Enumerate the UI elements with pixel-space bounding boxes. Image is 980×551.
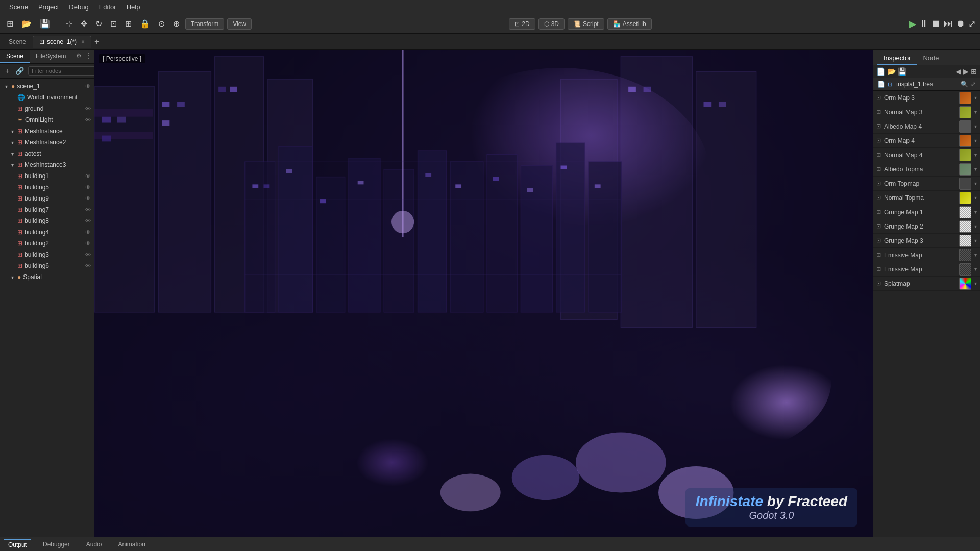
stop-button[interactable]: ⏹ <box>932 18 941 29</box>
row-expand-arrow[interactable]: ▾ <box>974 195 977 201</box>
row-thumbnail[interactable] <box>959 220 971 233</box>
tree-item-building9[interactable]: ⊞ building9 👁 <box>0 193 94 204</box>
menu-project[interactable]: Project <box>33 3 64 11</box>
visibility-icon[interactable]: 👁 <box>85 195 91 202</box>
audio-tab[interactable]: Audio <box>82 540 106 549</box>
row-thumbnail[interactable] <box>959 106 971 118</box>
filesystem-tab[interactable]: FileSystem <box>30 50 72 63</box>
inspector-tab[interactable]: Inspector <box>877 52 917 65</box>
tree-item-scene1[interactable]: ▾ ● scene_1 👁 <box>0 81 94 92</box>
tree-item-building1[interactable]: ⊞ building1 👁 <box>0 170 94 182</box>
scene-file-tab[interactable]: ⊡ scene_1(*) × <box>33 36 91 48</box>
tree-item-building4[interactable]: ⊞ building4 👁 <box>0 227 94 238</box>
open-icon[interactable]: 📂 <box>19 18 34 30</box>
row-expand-arrow[interactable]: ▾ <box>974 281 977 286</box>
visibility-icon[interactable]: 👁 <box>85 207 91 213</box>
visibility-icon[interactable]: 👁 <box>85 83 91 89</box>
resource-expand-button[interactable]: ⤢ <box>971 81 976 88</box>
assetlib-button[interactable]: 🏪 AssetLib <box>607 18 652 30</box>
row-thumbnail[interactable] <box>959 249 971 261</box>
row-thumbnail[interactable] <box>959 92 971 104</box>
debug-button[interactable]: ⏺ <box>956 18 965 29</box>
row-thumbnail[interactable] <box>959 178 971 190</box>
inspector-next-button[interactable]: ▶ <box>963 67 969 76</box>
inspector-object-button[interactable]: ⊞ <box>971 67 977 76</box>
tree-item-meshinstance3[interactable]: ▾ ⊞ MeshInstance3 <box>0 159 94 170</box>
visibility-icon[interactable]: 👁 <box>85 263 91 269</box>
row-thumbnail[interactable] <box>959 206 971 218</box>
move-tool[interactable]: ✥ <box>78 18 90 30</box>
scene-panel-tab[interactable]: Scene <box>2 36 33 48</box>
step-button[interactable]: ⏭ <box>944 18 953 29</box>
row-thumbnail[interactable] <box>959 235 971 247</box>
tree-item-ground[interactable]: ⊞ ground 👁 <box>0 103 94 114</box>
row-thumbnail[interactable] <box>959 163 971 176</box>
pause-button[interactable]: ⏸ <box>919 18 928 29</box>
inspector-folder-icon[interactable]: 📂 <box>887 67 896 76</box>
mode-3d-button[interactable]: ⬡ 3D <box>538 18 565 30</box>
row-expand-arrow[interactable]: ▾ <box>974 95 977 101</box>
link-node-button[interactable]: 🔗 <box>13 66 26 76</box>
tree-item-meshinstance2[interactable]: ▾ ⊞ MeshInstance2 <box>0 137 94 148</box>
row-thumbnail[interactable] <box>959 263 971 276</box>
rotate-tool[interactable]: ↻ <box>93 18 105 30</box>
row-expand-arrow[interactable]: ▾ <box>974 109 977 115</box>
panel-settings-icon[interactable]: ⚙ <box>74 50 84 63</box>
lock-tool[interactable]: 🔒 <box>137 18 153 30</box>
script-button[interactable]: 📜 Script <box>568 18 604 30</box>
debugger-tab[interactable]: Debugger <box>39 540 74 549</box>
maximize-button[interactable]: ⤢ <box>968 18 976 30</box>
visibility-icon[interactable]: 👁 <box>85 252 91 258</box>
group-tool[interactable]: ⊙ <box>156 18 167 30</box>
row-thumbnail[interactable] <box>959 278 971 290</box>
scale-tool[interactable]: ⊡ <box>108 18 119 30</box>
output-tab[interactable]: Output <box>4 539 31 549</box>
row-expand-arrow[interactable]: ▾ <box>974 266 977 272</box>
visibility-icon[interactable]: 👁 <box>85 117 91 123</box>
inspector-file-icon[interactable]: 📄 <box>876 67 885 76</box>
resource-search-button[interactable]: 🔍 <box>961 81 968 88</box>
local-mode[interactable]: ⊕ <box>170 18 182 30</box>
row-expand-arrow[interactable]: ▾ <box>974 209 977 215</box>
row-expand-arrow[interactable]: ▾ <box>974 223 977 229</box>
row-thumbnail[interactable] <box>959 192 971 204</box>
snap-toggle[interactable]: ⊞ <box>122 18 134 30</box>
expand-arrow[interactable]: ▾ <box>11 129 17 134</box>
add-node-button[interactable]: + <box>3 66 11 76</box>
tree-item-building7[interactable]: ⊞ building7 👁 <box>0 204 94 215</box>
tree-item-spatial[interactable]: ▾ ● Spatial <box>0 271 94 283</box>
menu-help[interactable]: Help <box>121 3 145 11</box>
menu-debug[interactable]: Debug <box>64 3 93 11</box>
expand-arrow[interactable]: ▾ <box>11 140 17 145</box>
tree-item-building8[interactable]: ⊞ building8 👁 <box>0 215 94 227</box>
select-tool[interactable]: ⊹ <box>63 18 75 30</box>
row-expand-arrow[interactable]: ▾ <box>974 238 977 243</box>
expand-arrow[interactable]: ▾ <box>11 274 17 280</box>
expand-arrow[interactable]: ▾ <box>5 84 11 89</box>
inspector-prev-button[interactable]: ◀ <box>955 67 961 76</box>
row-thumbnail[interactable] <box>959 135 971 147</box>
inspector-save-icon[interactable]: 💾 <box>898 67 906 76</box>
tree-item-omnilight[interactable]: ☀ OmniLight 👁 <box>0 114 94 126</box>
visibility-icon[interactable]: 👁 <box>85 229 91 235</box>
row-expand-arrow[interactable]: ▾ <box>974 123 977 129</box>
scene-tab[interactable]: Scene <box>0 50 30 63</box>
expand-arrow[interactable]: ▾ <box>11 162 17 168</box>
node-tab[interactable]: Node <box>917 52 945 65</box>
menu-scene[interactable]: Scene <box>4 3 33 11</box>
tree-item-building2[interactable]: ⊞ building2 👁 <box>0 238 94 249</box>
row-expand-arrow[interactable]: ▾ <box>974 152 977 158</box>
row-thumbnail[interactable] <box>959 120 971 133</box>
visibility-icon[interactable]: 👁 <box>85 184 91 190</box>
new-scene-icon[interactable]: ⊞ <box>4 18 16 30</box>
expand-arrow[interactable]: ▾ <box>11 151 17 157</box>
transform-button[interactable]: Transform <box>185 18 224 30</box>
mode-2d-button[interactable]: ⊡ 2D <box>509 18 535 30</box>
row-expand-arrow[interactable]: ▾ <box>974 252 977 258</box>
row-thumbnail[interactable] <box>959 149 971 161</box>
visibility-icon[interactable]: 👁 <box>85 106 91 112</box>
tree-item-worldenv[interactable]: 🌐 WorldEnvironment <box>0 92 94 103</box>
animation-tab[interactable]: Animation <box>114 540 149 549</box>
tree-item-building6[interactable]: ⊞ building6 👁 <box>0 260 94 271</box>
play-button[interactable]: ▶ <box>909 18 916 30</box>
